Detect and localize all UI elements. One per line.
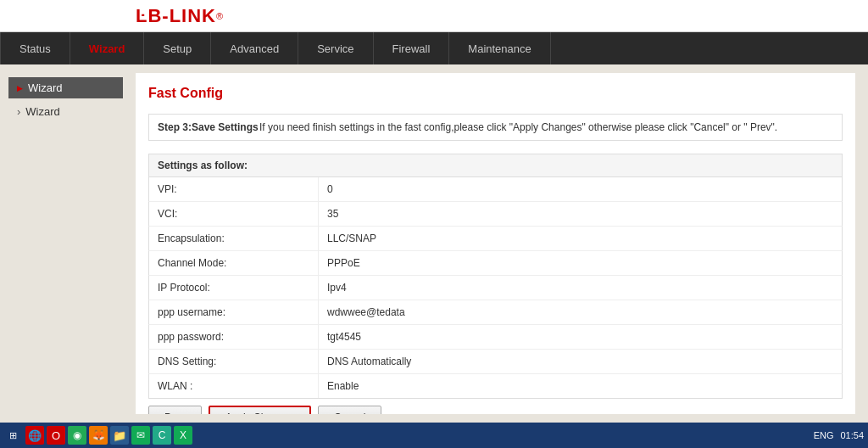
taskbar-icon-ff[interactable]: 🦊 (89, 426, 108, 445)
prev-button[interactable]: Prev (148, 406, 202, 414)
nav-wizard[interactable]: Wizard (70, 32, 145, 64)
taskbar-lang: ENG (814, 430, 834, 440)
cancel-button[interactable]: Cancel (318, 406, 381, 414)
sidebar-item-wizard-sub[interactable]: Wizard (8, 102, 123, 121)
step-info-box: Step 3:Save Settings If you need finish … (148, 114, 843, 141)
taskbar-start-button[interactable]: ⊞ (4, 428, 22, 443)
settings-label-ppp-username: ppp username: (149, 300, 319, 324)
settings-row-ppp-username: ppp username: wdwwee@tedata (148, 300, 843, 325)
taskbar-right: ENG 01:54 (814, 430, 864, 440)
taskbar-icon-cyberduck[interactable]: C (153, 426, 171, 445)
step-label: Step 3:Save Settings (158, 121, 259, 133)
nav-maintenance[interactable]: Maintenance (449, 32, 550, 64)
settings-row-channel-mode: Channel Mode: PPPoE (148, 251, 843, 276)
settings-row-dns: DNS Setting: DNS Automatically (148, 350, 843, 374)
settings-label-ip-protocol: IP Protocol: (149, 276, 319, 300)
settings-row-ip-protocol: IP Protocol: Ipv4 (148, 276, 843, 300)
settings-value-channel-mode: PPPoE (319, 251, 369, 275)
settings-label-ppp-password: ppp password: (149, 325, 319, 349)
taskbar: ⊞ 🌐 O ◉ 🦊 📁 ✉ C X ENG 01:54 (0, 423, 868, 448)
settings-row-vci: VCI: 35 (148, 202, 843, 227)
settings-table: Settings as follow: VPI: 0 VCI: 35 Encap… (148, 154, 843, 399)
step-description: If you need finish settings in the fast … (259, 121, 777, 133)
settings-row-encapsulation: Encapsulation: LLC/SNAP (148, 227, 843, 251)
settings-row-wlan: WLAN : Enable (148, 374, 843, 399)
settings-value-wlan: Enable (319, 374, 367, 398)
sidebar: Wizard Wizard (0, 64, 131, 423)
page-title: Fast Config (148, 86, 843, 101)
logo-symbol: ® (216, 11, 223, 21)
taskbar-icon-folder[interactable]: 📁 (110, 426, 129, 445)
settings-label-dns: DNS Setting: (149, 350, 319, 373)
settings-value-ip-protocol: Ipv4 (319, 276, 355, 300)
taskbar-icon-ie[interactable]: 🌐 (25, 426, 44, 445)
taskbar-icons: 🌐 O ◉ 🦊 📁 ✉ C X (25, 426, 192, 445)
settings-label-wlan: WLAN : (149, 374, 319, 398)
nav-advanced[interactable]: Advanced (211, 32, 298, 64)
settings-label-vpi: VPI: (149, 177, 319, 201)
nav-bar: Status Wizard Setup Advanced Service Fir… (0, 32, 868, 64)
content-area: Fast Config Step 3:Save Settings If you … (136, 73, 855, 414)
nav-service[interactable]: Service (298, 32, 373, 64)
settings-row-vpi: VPI: 0 (148, 177, 843, 202)
taskbar-time: 01:54 (840, 430, 864, 440)
taskbar-icon-chrome[interactable]: ◉ (68, 426, 86, 445)
main-content: Wizard Wizard Fast Config Step 3:Save Se… (0, 64, 868, 423)
nav-setup[interactable]: Setup (144, 32, 211, 64)
settings-label-channel-mode: Channel Mode: (149, 251, 319, 275)
settings-value-ppp-username: wdwwee@tedata (319, 300, 414, 324)
step-info-row: Step 3:Save Settings If you need finish … (149, 115, 842, 140)
settings-row-ppp-password: ppp password: tgt4545 (148, 325, 843, 350)
nav-status[interactable]: Status (0, 32, 70, 64)
logo-bar: ĿB-LINK ® (0, 0, 868, 32)
settings-value-vci: 35 (319, 202, 347, 226)
button-bar: Prev Apply Changes Cancel (148, 399, 843, 414)
logo: ĿB-LINK (136, 5, 216, 27)
settings-value-encapsulation: LLC/SNAP (319, 227, 385, 250)
settings-value-dns: DNS Automatically (319, 350, 420, 373)
settings-value-ppp-password: tgt4545 (319, 325, 370, 349)
settings-header: Settings as follow: (148, 154, 843, 177)
windows-icon: ⊞ (9, 430, 17, 441)
taskbar-icon-opera[interactable]: O (47, 426, 65, 445)
settings-label-encapsulation: Encapsulation: (149, 227, 319, 250)
settings-value-vpi: 0 (319, 177, 342, 201)
settings-label-vci: VCI: (149, 202, 319, 226)
apply-changes-button[interactable]: Apply Changes (209, 406, 311, 414)
taskbar-icon-outlook[interactable]: ✉ (131, 426, 150, 445)
taskbar-icon-excel[interactable]: X (174, 426, 192, 445)
sidebar-item-wizard-active[interactable]: Wizard (8, 77, 123, 98)
nav-firewall[interactable]: Firewall (374, 32, 450, 64)
